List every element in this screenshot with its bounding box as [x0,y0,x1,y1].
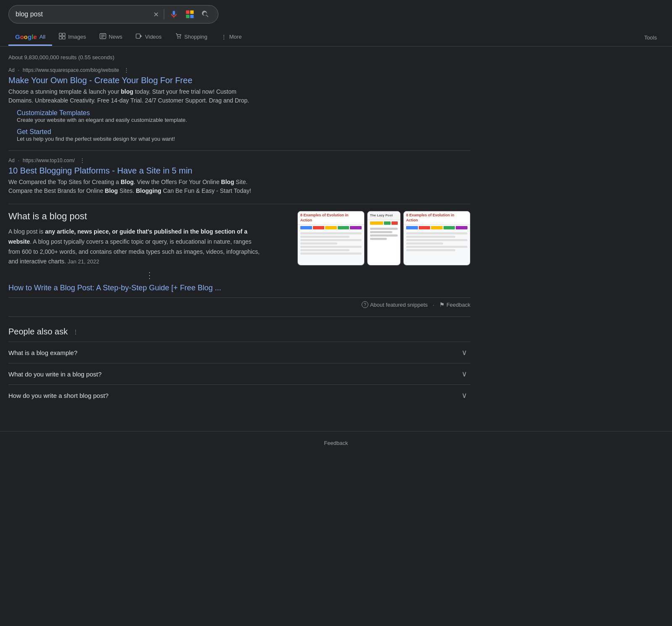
ad-2-badge: Ad [8,158,15,163]
sitelink-1: Customizable Templates Create your websi… [17,109,470,123]
card2-bar-3 [391,221,398,225]
snippet-image-card-2[interactable]: The Lazy Post [367,211,401,266]
card-1-color-bars [298,225,364,231]
card-3-lines [404,231,470,265]
tab-all[interactable]: Google All [8,29,52,46]
ad-1-title[interactable]: Make Your Own Blog - Create Your Blog Fo… [8,76,192,85]
c3-line-5 [406,246,467,248]
line-3 [300,239,362,241]
paa-item-1[interactable]: What is a blog example? ∨ [8,342,470,363]
c3-line-1 [406,232,467,234]
paa-chevron-2: ∨ [462,369,467,379]
tab-all-label: All [39,34,45,40]
card-2-header: The Lazy Post [368,211,400,220]
svg-point-14 [177,37,178,39]
close-icon: ✕ [153,11,159,18]
ad-1-description: Choose a stunning template & launch your… [8,87,260,105]
paa-header: People also ask ⋮ [8,327,470,337]
svg-point-15 [179,37,181,39]
tab-shopping[interactable]: Shopping [168,29,214,46]
tab-more[interactable]: ⋮ More [214,29,249,46]
c2-line-3 [370,234,398,237]
tools-button[interactable]: Tools [638,30,664,45]
paa-question-2: What do you write in a blog post? [8,371,102,378]
question-circle-icon: ? [362,301,368,308]
featured-text: What is a blog post A blog post is any a… [8,211,289,292]
bottom-feedback[interactable]: Feedback [0,431,672,455]
search-bar[interactable]: blog post ✕ [8,5,218,24]
svg-rect-7 [63,37,65,39]
featured-content: What is a blog post A blog post is any a… [8,211,470,292]
ad-1-url: https://www.squarespace.com/blog/website [23,67,119,73]
snippet-footer: ? About featured snippets · ⚑ Feedback [8,297,470,308]
clear-search-button[interactable]: ✕ [152,10,160,19]
search-submit-button[interactable] [200,9,211,19]
featured-body-start: A blog post is [8,228,45,235]
paa-title: People also ask [8,327,68,337]
ad-2-url: https://www.top10.com/ [23,158,75,163]
sitelink-1-title[interactable]: Customizable Templates [17,109,470,117]
tab-news[interactable]: News [93,29,129,46]
card2-bar-2 [384,221,391,225]
svg-rect-12 [136,34,140,39]
lens-search-button[interactable] [184,9,196,20]
snippet-image-card-1[interactable]: 8 Examples of Evolution in Action [297,211,365,266]
search-row: blog post ✕ [8,5,664,24]
c3-line-3 [406,239,467,241]
search-icons: ✕ [152,9,211,20]
c2-line-2 [370,231,392,233]
sitelink-2-title[interactable]: Get Started [17,128,470,136]
sitelink-2-desc: Let us help you find the perfect website… [17,136,470,142]
svg-rect-0 [186,11,189,14]
paa-item-2[interactable]: What do you write in a blog post? ∨ [8,363,470,384]
about-featured-snippets-link[interactable]: ? About featured snippets [362,301,428,308]
c2-line-1 [370,228,398,230]
featured-options-icon[interactable]: ⋮ [145,270,154,280]
paa-options-icon[interactable]: ⋮ [73,329,79,335]
people-also-ask: People also ask ⋮ What is a blog example… [8,327,470,406]
news-icon [100,33,106,41]
voice-search-button[interactable] [168,9,180,20]
ad-2-title[interactable]: 10 Best Blogging Platforms - Have a Site… [8,166,192,175]
feedback-link[interactable]: ⚑ Feedback [439,301,470,308]
main-content: About 9,830,000,000 results (0.55 second… [0,47,479,423]
feedback-label: Feedback [446,302,470,308]
tab-videos-label: Videos [145,34,162,40]
mic-icon [169,10,178,19]
paa-chevron-1: ∨ [462,348,467,357]
images-icon [59,33,66,41]
lens-icon [185,10,194,19]
color-bar-green [338,226,349,229]
snippet-image-card-3[interactable]: 8 Examples of Evolution in Action [403,211,470,266]
footer-dot: · [433,302,434,308]
ad-2-options-icon[interactable]: ⋮ [80,158,85,163]
nav-tabs: Google All Images News Videos [8,29,664,46]
svg-rect-1 [190,11,194,14]
tab-videos[interactable]: Videos [129,29,168,46]
header: blog post ✕ [0,0,672,47]
paa-item-3[interactable]: How do you write a short blog post? ∨ [8,384,470,406]
c3-bar-red [419,226,430,229]
more-dots-icon: ⋮ [221,34,227,40]
c3-bar-green [444,226,455,229]
card-1-inner: 8 Examples of Evolution in Action [298,211,364,265]
feedback-icon: ⚑ [439,301,445,308]
sitelink-2: Get Started Let us help you find the per… [17,128,470,142]
divider-2 [8,204,470,204]
color-bar-yellow [325,226,337,229]
videos-icon [136,33,142,41]
card-3-inner: 8 Examples of Evolution in Action [404,211,470,265]
ad-1-label: Ad · https://www.squarespace.com/blog/we… [8,67,470,73]
about-snippets-label: About featured snippets [370,302,428,308]
svg-rect-5 [63,33,65,36]
results-count: About 9,830,000,000 results (0.55 second… [8,54,470,60]
how-to-write-link[interactable]: How to Write a Blog Post: A Step-by-Step… [8,284,260,292]
paa-question-3: How do you write a short blog post? [8,392,108,399]
tab-news-label: News [109,34,123,40]
ad-1-options-icon[interactable]: ⋮ [124,67,129,73]
c3-line-4 [406,242,443,245]
svg-rect-6 [59,37,62,39]
featured-date: Jan 21, 2022 [68,258,99,265]
tab-images[interactable]: Images [52,29,93,46]
shopping-icon [175,33,182,41]
